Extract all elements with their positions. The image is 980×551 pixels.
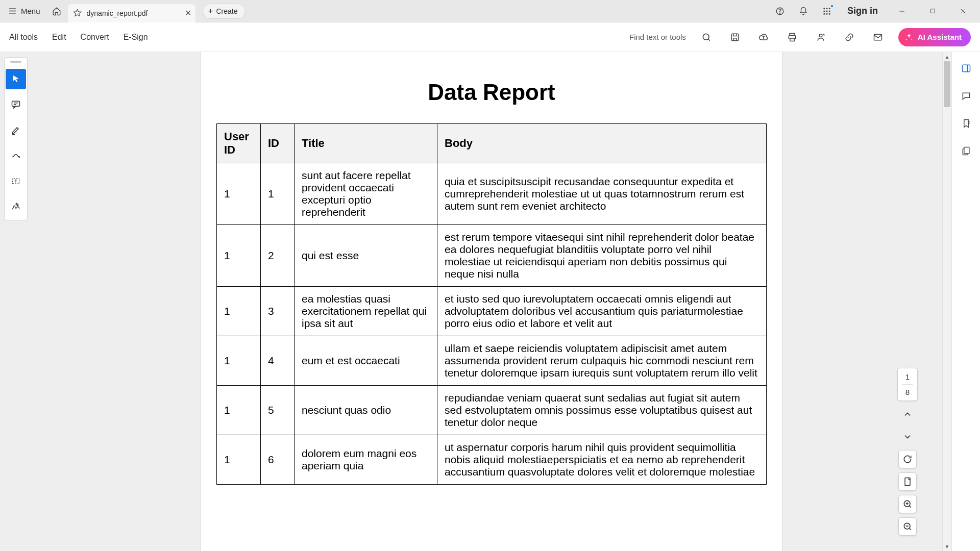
scroll-up-arrow[interactable]: ▲: [943, 52, 951, 61]
plus-icon: +: [208, 7, 213, 15]
svg-point-4: [829, 8, 830, 9]
esign-button[interactable]: E-Sign: [124, 33, 148, 42]
right-panel: [951, 52, 980, 551]
page-indicator[interactable]: 1 8: [897, 368, 918, 401]
cell-user-id: 1: [217, 163, 261, 225]
page-down-button[interactable]: [898, 428, 917, 446]
floating-controls: 1 8: [897, 368, 918, 536]
cell-user-id: 1: [217, 386, 261, 435]
fill-sign-tool[interactable]: [6, 196, 26, 217]
document-viewport[interactable]: Data Report User ID ID Title Body 11sunt…: [32, 52, 951, 551]
apps-button[interactable]: [819, 3, 835, 19]
table-row: 13ea molestias quasi exercitationem repe…: [217, 287, 767, 336]
home-button[interactable]: [48, 3, 65, 19]
vertical-scrollbar[interactable]: ▲ ▼: [942, 52, 951, 551]
save-icon: [730, 32, 740, 42]
close-icon: [960, 8, 967, 15]
col-header-body: Body: [437, 124, 767, 163]
sign-in-button[interactable]: Sign in: [842, 6, 883, 16]
find-label[interactable]: Find text or tools: [629, 33, 686, 41]
people-icon: [816, 32, 826, 42]
drag-grip[interactable]: [10, 61, 21, 63]
report-title: Data Report: [216, 80, 767, 105]
scroll-thumb[interactable]: [944, 61, 950, 107]
ai-assistant-button[interactable]: AI Assistant: [898, 28, 971, 46]
cell-body: et iusto sed quo iurevoluptatem occaecat…: [437, 287, 767, 336]
table-header-row: User ID ID Title Body: [217, 124, 767, 163]
convert-button[interactable]: Convert: [81, 33, 109, 42]
create-button[interactable]: + Create: [203, 4, 246, 19]
cell-id: 1: [261, 163, 295, 225]
text-box-tool[interactable]: [6, 171, 26, 191]
share-button[interactable]: [813, 29, 829, 45]
svg-point-5: [823, 10, 825, 12]
close-window-button[interactable]: [951, 3, 975, 19]
maximize-button[interactable]: [921, 3, 944, 19]
scroll-track[interactable]: [944, 61, 950, 542]
chevron-up-icon: [902, 409, 913, 419]
panel-toggle-button[interactable]: [958, 60, 974, 77]
edit-button[interactable]: Edit: [52, 33, 66, 42]
draw-tool[interactable]: [6, 145, 26, 166]
link-icon: [844, 32, 854, 42]
svg-point-12: [703, 34, 709, 40]
svg-point-20: [19, 157, 20, 158]
toolbar-right-group: Find text or tools AI Assistant: [629, 28, 971, 46]
cell-body: est rerum tempore vitaesequi sint nihil …: [437, 225, 767, 287]
zoom-out-button[interactable]: [898, 517, 917, 536]
comments-panel-button[interactable]: [958, 88, 974, 104]
highlight-tool[interactable]: [6, 120, 26, 140]
menu-button[interactable]: Menu: [3, 4, 45, 18]
select-tool[interactable]: [6, 69, 26, 89]
cell-title: dolorem eum magni eos aperiam quia: [295, 435, 437, 485]
save-button[interactable]: [727, 29, 743, 45]
svg-rect-22: [905, 478, 910, 486]
table-row: 14eum et est occaecatiullam et saepe rei…: [217, 336, 767, 386]
page-up-button[interactable]: [898, 405, 917, 423]
all-tools-button[interactable]: All tools: [9, 33, 38, 42]
print-button[interactable]: [784, 29, 800, 45]
table-row: 12qui est esseest rerum tempore vitaeseq…: [217, 225, 767, 287]
email-button[interactable]: [870, 29, 886, 45]
draw-icon: [11, 151, 21, 161]
thumbnails-panel-button[interactable]: [958, 143, 974, 159]
chat-icon: [961, 91, 971, 101]
title-right-group: Sign in: [772, 3, 977, 19]
minimize-button[interactable]: [890, 3, 914, 19]
comment-tool[interactable]: [6, 94, 26, 115]
ai-assistant-label: AI Assistant: [918, 33, 962, 41]
pdf-page: Data Report User ID ID Title Body 11sunt…: [201, 52, 782, 551]
help-icon: [775, 7, 785, 16]
bookmarks-panel-button[interactable]: [958, 115, 974, 132]
maximize-icon: [929, 8, 936, 14]
scroll-down-arrow[interactable]: ▼: [943, 542, 951, 551]
document-tab[interactable]: dynamic_report.pdf ✕: [68, 4, 195, 22]
table-row: 16dolorem eum magni eos aperiam quiaut a…: [217, 435, 767, 485]
text-box-icon: [11, 176, 21, 186]
help-button[interactable]: [772, 3, 788, 19]
rotate-button[interactable]: [898, 450, 917, 468]
search-button[interactable]: [698, 29, 715, 45]
cell-title: sunt aut facere repellat provident occae…: [295, 163, 437, 225]
total-pages: 8: [905, 388, 910, 396]
signature-icon: [11, 202, 21, 212]
zoom-in-button[interactable]: [898, 495, 917, 513]
cell-user-id: 1: [217, 336, 261, 386]
create-label: Create: [216, 7, 237, 15]
mail-icon: [873, 32, 883, 42]
print-icon: [787, 32, 797, 42]
link-button[interactable]: [841, 29, 857, 45]
table-row: 15nesciunt quas odiorepudiandae veniam q…: [217, 386, 767, 435]
apps-grid-icon: [822, 7, 831, 16]
cell-user-id: 1: [217, 435, 261, 485]
notifications-button[interactable]: [795, 3, 812, 19]
svg-point-7: [829, 10, 830, 12]
zoom-out-icon: [902, 521, 913, 532]
svg-point-8: [823, 13, 825, 14]
svg-rect-26: [964, 147, 969, 154]
menu-label: Menu: [21, 7, 40, 15]
svg-rect-25: [962, 65, 970, 71]
close-tab-button[interactable]: ✕: [185, 8, 191, 18]
cloud-button[interactable]: [755, 29, 772, 45]
page-display-button[interactable]: [898, 472, 917, 491]
